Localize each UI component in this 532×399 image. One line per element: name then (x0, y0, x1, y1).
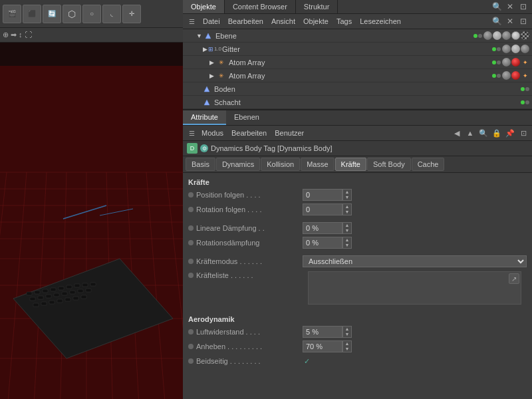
obj-row-ebene[interactable]: ▼ Ebene (183, 29, 532, 43)
prop-row-beidseitig: Beidseitig . . . . . . . . ✓ (183, 354, 532, 368)
obj-arrow-atom2[interactable]: ▶ (209, 72, 216, 79)
svg-rect-38 (86, 289, 91, 292)
prop-input-anh[interactable] (303, 340, 342, 352)
toolbar-icon-cube[interactable]: ⬛ (23, 5, 41, 23)
prop-control-rot: ▲ ▼ (303, 203, 527, 215)
svg-rect-32 (38, 296, 43, 299)
obj-visibility-atom2 (492, 74, 501, 78)
attr-bearbeiten[interactable]: Bearbeiten (227, 128, 271, 138)
viewport-svg (0, 43, 183, 399)
close-small-icon[interactable]: ✕ (504, 15, 516, 27)
attr-expand-icon[interactable]: ⊡ (517, 127, 529, 139)
prop-dropdown-km: Ausschließen (303, 255, 527, 267)
obj-name-boden: Boden (214, 85, 519, 93)
toolbar-icon-film[interactable]: 🎬 (3, 5, 21, 23)
obj-row-boden[interactable]: Boden (183, 82, 532, 96)
3d-viewport[interactable] (0, 43, 183, 399)
tab-attribute[interactable]: Attribute (183, 110, 226, 125)
tag-icons-atom1: ✦ (502, 58, 529, 66)
menu-datei[interactable]: Datei (199, 16, 224, 27)
prop-spinner-rot[interactable]: ▲ ▼ (342, 203, 352, 215)
attr-benutzer[interactable]: Benutzer (271, 128, 308, 138)
svg-rect-44 (73, 297, 78, 300)
menu-ansicht[interactable]: Ansicht (267, 16, 299, 27)
menu-bearbeiten[interactable]: Bearbeiten (224, 16, 267, 27)
svg-rect-26 (59, 287, 64, 290)
spinner-up-rot: ▲ (345, 204, 350, 209)
prop-check-beid[interactable]: ✓ (303, 357, 311, 365)
expand-small-icon[interactable]: ⊡ (517, 15, 529, 27)
obj-visibility-gitter (492, 47, 501, 51)
attr-search-icon[interactable]: 🔍 (477, 127, 489, 139)
sub-tab-kraefte[interactable]: Kräfte (335, 158, 366, 171)
menu-objekte[interactable]: Objekte (299, 16, 332, 27)
prop-spinner-lin[interactable]: ▲ ▼ (342, 222, 352, 234)
prop-input-lin[interactable] (303, 222, 342, 234)
toolbar-icon-sphere[interactable]: ○ (82, 5, 101, 23)
prop-list-kraefte[interactable]: ↗ (308, 271, 521, 305)
prop-select-km[interactable]: Ausschließen (303, 255, 527, 267)
menu-lesezeichen[interactable]: Lesezeichen (356, 16, 405, 27)
menu-hamburger-icon[interactable]: ☰ (186, 15, 198, 27)
prop-input-rotd[interactable] (303, 237, 342, 249)
obj-icon-boden (201, 84, 212, 94)
prop-control-lin: ▲ ▼ (303, 222, 527, 234)
sub-tab-soft-body[interactable]: Soft Body (367, 158, 411, 171)
prop-input-lw[interactable] (303, 326, 342, 338)
prop-spinner-anh[interactable]: ▲ ▼ (342, 340, 352, 352)
obj-row-atom2[interactable]: ▶ ✳ Atom Array ✦ (183, 69, 532, 82)
obj-row-atom1[interactable]: ▶ ✳ Atom Array ✦ (183, 56, 532, 69)
toolbar-icon-loop[interactable]: 🔄 (43, 5, 61, 23)
prop-label-lw: Luftwiderstand . . . . (196, 328, 303, 336)
sub-tab-dynamics[interactable]: Dynamics (216, 158, 260, 171)
prop-spinner-pos[interactable]: ▲ ▼ (342, 189, 352, 201)
search-small-icon[interactable]: 🔍 (491, 15, 503, 27)
prop-input-rot[interactable] (303, 203, 342, 215)
sub-tab-basis[interactable]: Basis (186, 158, 215, 171)
menu-right-icons: 🔍 ✕ ⊡ (491, 15, 529, 27)
svg-marker-50 (204, 100, 209, 105)
sub-tab-cache[interactable]: Cache (412, 158, 445, 171)
tab-objekte[interactable]: Objekte (183, 0, 225, 13)
attr-toolbar-right: ◀ ▲ 🔍 🔒 📌 ⊡ (451, 127, 529, 139)
tab-content-browser[interactable]: Content Browser (225, 0, 296, 13)
attr-modus[interactable]: Modus (198, 128, 227, 138)
search-icon[interactable]: 🔍 (491, 1, 503, 13)
tab-actions: 🔍 ✕ ⊡ (488, 0, 532, 13)
obj-arrow-atom1[interactable]: ▶ (209, 59, 216, 66)
attr-menu-icon[interactable]: ☰ (186, 127, 198, 139)
toolbar-icon-move[interactable]: ✛ (122, 5, 141, 23)
attr-lock-icon[interactable]: 🔒 (491, 127, 503, 139)
tag-ball-4 (511, 31, 520, 40)
expand-icon[interactable]: ⊡ (517, 1, 529, 13)
prop-spinner-lw[interactable]: ▲ ▼ (342, 326, 352, 338)
tab-struktur[interactable]: Struktur (296, 0, 338, 13)
obj-visibility-boden (521, 87, 529, 91)
vis-active-ebene (473, 34, 477, 38)
prop-spinner-rotd[interactable]: ▲ ▼ (342, 237, 352, 249)
obj-row-schacht[interactable]: Schacht (183, 96, 532, 109)
sub-tab-kollision[interactable]: Kollision (261, 158, 300, 171)
attr-arrow-left-icon[interactable]: ◀ (451, 127, 463, 139)
obj-arrow-ebene[interactable]: ▼ (196, 33, 203, 39)
obj-row-gitter[interactable]: ▶ ⊞ 1.0 Gitter (183, 43, 532, 56)
svg-rect-27 (66, 285, 72, 289)
prop-list-add-icon[interactable]: ↗ (509, 273, 519, 284)
prop-row-rotation-folgen: Rotation folgen . . . . ▲ ▼ (183, 202, 532, 217)
toolbar-icon-shapes[interactable]: ⬡ (63, 5, 81, 23)
spinner-up-anh: ▲ (345, 341, 350, 346)
toolbar-icon-arc[interactable]: ◟ (102, 5, 121, 23)
tab-ebenen[interactable]: Ebenen (226, 110, 267, 125)
prop-input-pos[interactable] (303, 189, 342, 201)
attr-tabs: Attribute Ebenen (183, 109, 532, 126)
attr-pin-icon[interactable]: 📌 (504, 127, 516, 139)
properties-panel: Kräfte Position folgen . . . . ▲ ▼ Rotat… (183, 173, 532, 399)
sub-tab-masse[interactable]: Masse (301, 158, 334, 171)
spinner-up-lw: ▲ (345, 327, 350, 332)
tag-ball-a22 (511, 71, 520, 80)
menu-tags[interactable]: Tags (332, 16, 356, 27)
svg-rect-31 (30, 297, 35, 301)
close-icon[interactable]: ✕ (504, 1, 516, 13)
svg-rect-36 (70, 291, 75, 294)
attr-arrow-up-icon[interactable]: ▲ (464, 127, 476, 139)
